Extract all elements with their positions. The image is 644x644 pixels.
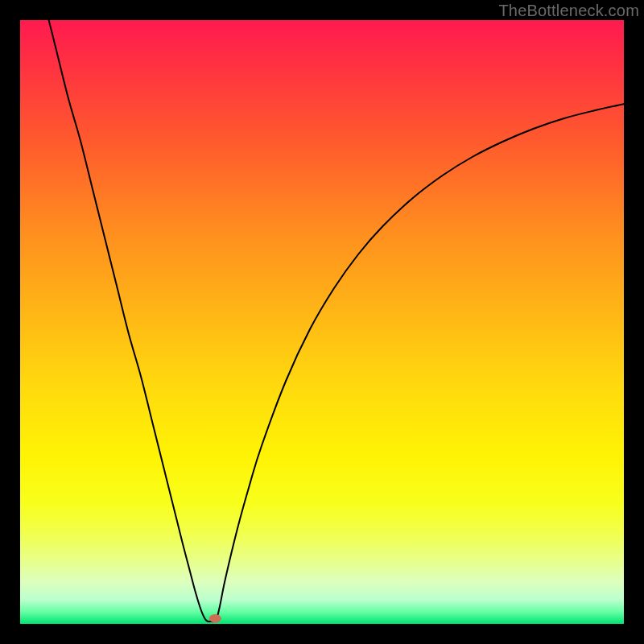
outer-frame: TheBottleneck.com bbox=[0, 0, 644, 644]
minimum-marker-icon bbox=[209, 614, 221, 623]
bottleneck-curve bbox=[44, 20, 624, 621]
curve-layer bbox=[20, 20, 624, 624]
watermark-text: TheBottleneck.com bbox=[498, 2, 639, 20]
plot-area bbox=[20, 20, 624, 624]
